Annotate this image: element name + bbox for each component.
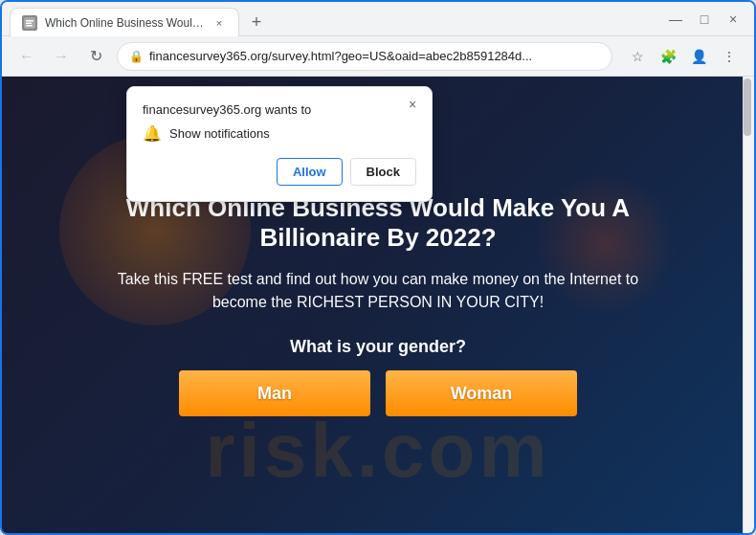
popup-permission: 🔔 Show notifications <box>143 124 416 143</box>
browser-window: Which Online Business Would M × + — □ × … <box>0 0 756 535</box>
title-bar: Which Online Business Would M × + — □ × <box>2 2 754 36</box>
permission-text: Show notifications <box>169 126 270 141</box>
man-button[interactable]: Man <box>179 370 370 416</box>
tab-close-button[interactable]: × <box>211 15 227 31</box>
gender-question: What is your gender? <box>290 337 466 357</box>
bookmark-button[interactable]: ☆ <box>624 43 651 70</box>
new-tab-button[interactable]: + <box>243 9 270 35</box>
block-button[interactable]: Block <box>350 158 416 186</box>
scrollbar-thumb[interactable] <box>744 78 751 136</box>
reload-button[interactable]: ↻ <box>82 43 109 70</box>
maximize-button[interactable]: □ <box>691 6 718 33</box>
svg-rect-1 <box>26 20 33 22</box>
bell-icon: 🔔 <box>143 124 162 143</box>
url-text: financesurvey365.org/survey.html?geo=US&… <box>149 49 600 63</box>
extensions-button[interactable]: 🧩 <box>655 43 681 70</box>
forward-button[interactable]: → <box>48 43 75 70</box>
menu-button[interactable]: ⋮ <box>716 43 743 70</box>
woman-button[interactable]: Woman <box>386 370 577 416</box>
back-button[interactable]: ← <box>13 43 40 70</box>
page-content: Which Online Business Would Make You A B… <box>2 77 754 533</box>
popup-close-button[interactable]: × <box>403 95 422 114</box>
address-bar: ← → ↻ 🔒 financesurvey365.org/survey.html… <box>2 36 754 77</box>
svg-rect-2 <box>26 22 32 24</box>
watermark: risk.com <box>205 407 550 495</box>
lock-icon: 🔒 <box>129 50 144 63</box>
tab-area: Which Online Business Would M × + <box>10 2 655 35</box>
active-tab[interactable]: Which Online Business Would M × <box>10 8 239 36</box>
popup-buttons: Allow Block <box>143 158 416 186</box>
allow-button[interactable]: Allow <box>277 158 343 186</box>
scrollbar[interactable] <box>743 77 754 533</box>
gender-buttons: Man Woman <box>179 370 577 416</box>
window-controls: — □ × <box>662 6 746 33</box>
page-headline: Which Online Business Would Make You A B… <box>53 193 703 253</box>
close-window-button[interactable]: × <box>720 6 746 33</box>
page-subtext: Take this FREE test and find out how you… <box>53 268 703 314</box>
minimize-button[interactable]: — <box>662 6 689 33</box>
svg-rect-3 <box>26 25 33 27</box>
url-actions: ☆ 🧩 👤 ⋮ <box>624 43 743 70</box>
profile-button[interactable]: 👤 <box>685 43 712 70</box>
popup-domain-text: financesurvey365.org wants to <box>143 102 397 117</box>
tab-favicon <box>22 15 37 31</box>
url-bar[interactable]: 🔒 financesurvey365.org/survey.html?geo=U… <box>117 42 612 71</box>
notification-popup: × financesurvey365.org wants to 🔔 Show n… <box>126 86 433 202</box>
tab-title: Which Online Business Would M <box>45 16 204 30</box>
